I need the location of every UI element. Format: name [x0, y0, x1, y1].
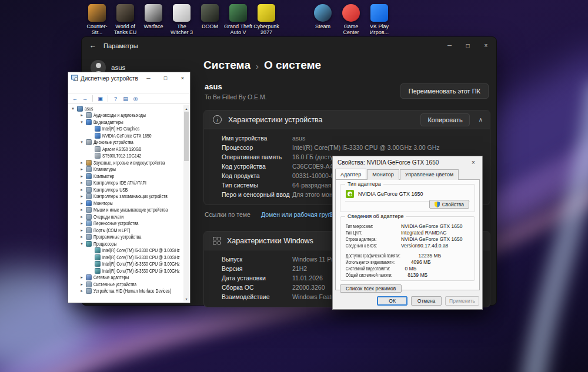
tree-item[interactable]: ▸ Компьютер — [69, 173, 183, 180]
adapter-properties-button[interactable]: Свойства — [429, 200, 469, 209]
expander-icon[interactable]: ▸ — [79, 167, 84, 172]
help-icon[interactable]: ? — [111, 94, 120, 103]
info-label: Сведения о BIOS: — [346, 243, 387, 249]
tree-item[interactable]: ▸ Контроллеры запоминающих устройств — [69, 193, 183, 200]
tree-item[interactable]: ▾ Дисковые устройства — [69, 139, 183, 146]
tab-adapter[interactable]: Адаптер — [335, 169, 366, 179]
ok-button[interactable]: ОК — [377, 296, 407, 306]
expander-icon[interactable]: ▸ — [79, 215, 84, 219]
desktop-icon-label: World of Tanks EU — [114, 24, 137, 36]
maximize-icon[interactable]: □ — [459, 37, 477, 54]
console-window-icon[interactable]: ▣ — [96, 94, 105, 103]
warface-icon — [145, 4, 162, 22]
expander-icon[interactable]: ▸ — [79, 180, 84, 185]
witcher-3-icon — [173, 4, 191, 22]
account-name: asus — [111, 64, 125, 71]
expander-icon[interactable]: ▸ — [79, 228, 84, 233]
expander-icon[interactable]: ▸ — [79, 282, 84, 287]
tree-item[interactable]: Intel(R) HD Graphics — [69, 126, 183, 133]
spec-label: Версия — [222, 265, 292, 272]
tree-item[interactable]: ST500LT012-1DG142 — [69, 153, 183, 160]
close-icon[interactable]: × — [465, 157, 482, 168]
spec-value: 22000.3260 — [292, 284, 325, 291]
printer-icon — [86, 214, 92, 220]
tree-item[interactable]: Intel(R) Core(TM) i5-3330 CPU @ 3.00GHz — [69, 247, 183, 254]
breadcrumb-section[interactable]: Система — [203, 59, 250, 72]
forward-icon[interactable]: → — [81, 94, 89, 103]
tree-item[interactable]: ▸ Контроллеры IDE ATA/ATAPI — [69, 180, 183, 187]
expander-icon[interactable]: ▸ — [79, 275, 84, 280]
expander-icon[interactable]: ▾ — [79, 140, 84, 145]
portable-icon — [86, 220, 92, 226]
properties-icon[interactable]: ▤ — [121, 94, 130, 103]
disk-icon — [95, 146, 101, 152]
network-icon — [86, 274, 92, 280]
minimize-icon[interactable]: ─ — [440, 37, 459, 54]
tree-item[interactable]: ▸ Сетевые адаптеры — [69, 274, 183, 281]
info-label: Используется видеопамяти: — [346, 259, 395, 265]
scroll-down-icon[interactable]: ▾ — [183, 296, 189, 301]
expander-icon[interactable]: ▸ — [79, 289, 84, 293]
domain-workgroup-link[interactable]: Домен или рабочая группа — [261, 211, 338, 218]
tree-item[interactable]: ▾ Процессоры — [69, 240, 183, 247]
rename-pc-button[interactable]: Переименовать этот ПК — [400, 83, 489, 99]
expander-icon[interactable]: ▸ — [79, 234, 84, 239]
tree-item[interactable]: ▸ Мыши и иные указывающие устройства — [69, 207, 183, 214]
tree-item[interactable]: Intel(R) Core(TM) i5-3330 CPU @ 3.00GHz — [69, 254, 183, 261]
device-manager-titlebar[interactable]: Диспетчер устройств ─ □ × — [68, 72, 190, 84]
tree-item[interactable]: ▸ Переносные устройства — [69, 220, 183, 227]
tree-item[interactable]: ▸ Контроллеры USB — [69, 186, 183, 193]
tab-color-management[interactable]: Управление цветом — [400, 169, 459, 180]
settings-titlebar[interactable]: ← Параметры ─ □ × — [82, 37, 496, 55]
tree-item[interactable]: ▸ Порты (COM и LPT) — [69, 227, 183, 234]
expander-icon[interactable]: ▸ — [79, 174, 84, 179]
scan-hardware-icon[interactable]: ◎ — [131, 94, 140, 103]
expander-icon[interactable]: ▸ — [79, 207, 84, 212]
expander-icon[interactable]: ▾ — [71, 106, 75, 111]
scrollbar[interactable]: ▴ ▾ — [183, 105, 189, 301]
tree-item[interactable]: ▸ Устройства HID (Human Interface Device… — [69, 288, 183, 295]
close-icon[interactable]: × — [477, 37, 495, 54]
expander-icon[interactable]: ▾ — [79, 242, 84, 246]
scrollbar-thumb[interactable] — [184, 112, 189, 161]
list-all-modes-button[interactable]: Список всех режимов — [340, 284, 402, 293]
tree-item[interactable]: Intel(R) Core(TM) i5-3330 CPU @ 3.00GHz — [69, 267, 183, 274]
tree-item[interactable]: ▸ Программные устройства — [69, 234, 183, 241]
expander-icon[interactable]: ▸ — [79, 194, 84, 199]
tree-item[interactable]: ▸ Звуковые, игровые и видеоустройства — [69, 159, 183, 166]
tree-item[interactable]: ▸ Клавиатуры — [69, 166, 183, 173]
device-specs-header[interactable]: i Характеристики устройства Копировать ∧ — [204, 110, 490, 129]
close-icon[interactable]: × — [175, 73, 190, 84]
device-header: asus To Be Filled By O.E.M. — [205, 82, 267, 100]
expander-icon[interactable]: ▸ — [79, 187, 84, 192]
expander-icon[interactable]: ▸ — [79, 201, 84, 206]
tree-item[interactable]: ▾ asus — [69, 105, 183, 112]
minimize-icon[interactable]: ─ — [141, 73, 156, 84]
expander-icon[interactable]: ▸ — [79, 160, 84, 165]
expander-icon[interactable]: ▾ — [79, 120, 84, 125]
dialog-title: Свойства: NVIDIA GeForce GTX 1650 — [338, 159, 465, 166]
expander-icon[interactable]: ▸ — [79, 113, 84, 118]
chevron-up-icon[interactable]: ∧ — [479, 116, 483, 123]
maximize-icon[interactable]: □ — [158, 73, 173, 84]
back-icon[interactable]: ← — [71, 94, 79, 103]
tree-item[interactable]: NVIDIA GeForce GTX 1650 — [69, 132, 183, 139]
tree-item[interactable]: ▸ Системные устройства — [69, 281, 183, 288]
expander-icon[interactable]: ▸ — [79, 221, 84, 226]
tree-item[interactable]: Intel(R) Core(TM) i5-3330 CPU @ 3.00GHz — [69, 261, 183, 268]
copy-button[interactable]: Копировать — [420, 113, 469, 126]
device-spec-row: Процессор Intel(R) Core(TM) i5-3330 CPU … — [204, 143, 490, 152]
tab-monitor[interactable]: Монитор — [367, 169, 399, 180]
back-icon[interactable]: ← — [89, 41, 96, 49]
tree-item-label: Клавиатуры — [93, 166, 116, 172]
tree-item-label: Мониторы — [93, 200, 113, 206]
tree-item[interactable]: Apacer AS350 120GB — [69, 146, 183, 153]
info-label: Общей системной памяти: — [346, 272, 392, 278]
tree-item[interactable]: ▸ Мониторы — [69, 200, 183, 207]
tree-item[interactable]: ▸ Очереди печати — [69, 213, 183, 220]
tree-item[interactable]: ▾ Видеоадаптеры — [69, 119, 183, 126]
cancel-button[interactable]: Отмена — [411, 296, 442, 306]
dialog-titlebar[interactable]: Свойства: NVIDIA GeForce GTX 1650 × — [333, 156, 482, 168]
scroll-up-icon[interactable]: ▴ — [183, 105, 189, 111]
tree-item[interactable]: ▸ Аудиовходы и аудиовыходы — [69, 112, 183, 119]
